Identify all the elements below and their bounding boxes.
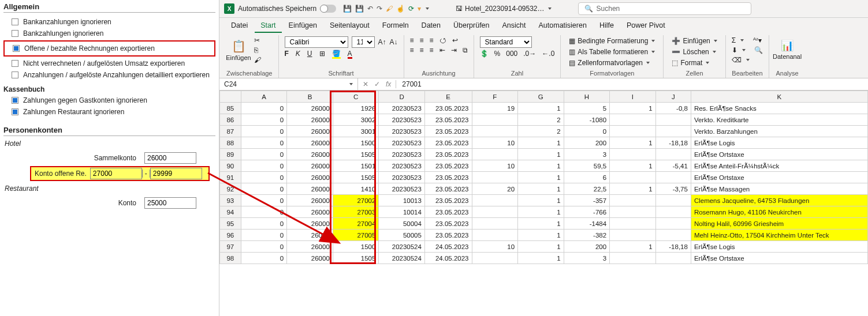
cell[interactable]	[610, 218, 656, 230]
worksheet-grid[interactable]: ABCDEFGHIJK 8502600019262023052323.05.20…	[219, 91, 868, 316]
tab-automatisieren[interactable]: Automatisieren	[533, 19, 593, 33]
checkbox-offene-rechnungen[interactable]: Offene / bezahlte Rechnungen exportieren	[5, 43, 214, 54]
row-header[interactable]: 85	[220, 103, 241, 114]
cell[interactable]: 1501	[333, 160, 379, 172]
cell[interactable]: 20230523	[379, 172, 425, 183]
row-header[interactable]: 89	[220, 149, 241, 160]
col-header-G[interactable]: G	[518, 91, 564, 103]
cell[interactable]	[472, 253, 518, 264]
cell[interactable]: -5,41	[655, 160, 691, 172]
cell[interactable]: 200	[564, 137, 610, 149]
insert-cells-button[interactable]: ➕Einfügen	[669, 36, 719, 46]
cell[interactable]: 1	[518, 172, 564, 183]
number-format-combo[interactable]: Standard	[480, 36, 532, 48]
cell[interactable]: 27005	[333, 230, 379, 241]
decrease-font-icon[interactable]: A↓	[390, 38, 398, 46]
cell[interactable]: -1484	[564, 218, 610, 230]
col-header-K[interactable]: K	[691, 91, 867, 103]
cell[interactable]	[610, 206, 656, 218]
redo-icon[interactable]: ↷	[377, 5, 382, 13]
cell[interactable]	[610, 149, 656, 160]
tab-formeln[interactable]: Formeln	[377, 19, 415, 33]
cell[interactable]	[472, 126, 518, 137]
cell[interactable]	[655, 149, 691, 160]
cancel-formula-icon[interactable]: ✕	[363, 80, 368, 88]
borders-icon[interactable]: ⊞	[319, 50, 325, 58]
cell[interactable]: Clemens Jacqueline, 64753 Fladungen	[691, 195, 867, 206]
cell[interactable]: 0	[241, 206, 287, 218]
row-header[interactable]: 97	[220, 241, 241, 253]
cell[interactable]: 0	[241, 253, 287, 264]
row-header[interactable]: 93	[220, 195, 241, 206]
cell[interactable]: 26000	[287, 230, 333, 241]
row-header[interactable]: 98	[220, 253, 241, 264]
cell[interactable]: 23.05.2023	[424, 195, 472, 206]
row-header[interactable]: 96	[220, 230, 241, 241]
cell[interactable]: Verkto. Barzahlungen	[691, 126, 867, 137]
cell[interactable]: 3002	[333, 114, 379, 126]
cell[interactable]: 1	[518, 149, 564, 160]
cell[interactable]: 23.05.2023	[424, 206, 472, 218]
cell[interactable]	[655, 206, 691, 218]
refresh-icon[interactable]: ⟳	[408, 5, 414, 13]
cell[interactable]: 20230523	[379, 149, 425, 160]
cell[interactable]: 1	[518, 218, 564, 230]
row-header[interactable]: 91	[220, 172, 241, 183]
cell[interactable]: -382	[564, 230, 610, 241]
cell[interactable]: 26000	[287, 160, 333, 172]
tab-ueberpruefen[interactable]: Überprüfen	[448, 19, 496, 33]
cell[interactable]	[472, 149, 518, 160]
cell[interactable]: 1	[518, 160, 564, 172]
align-right-icon[interactable]: ≡	[430, 46, 434, 54]
cell[interactable]: 1	[518, 230, 564, 241]
align-middle-icon[interactable]: ≡	[420, 36, 424, 44]
checkbox-nicht-verrechnet[interactable]: Nicht verrechneten / aufgelösten Umsatz …	[3, 58, 215, 69]
cell[interactable]: 20	[472, 183, 518, 195]
cell[interactable]: 0	[241, 195, 287, 206]
cell[interactable]: 0	[241, 149, 287, 160]
cell[interactable]: Rosemann Hugo, 41106 Neukirchen	[691, 206, 867, 218]
col-header-I[interactable]: I	[610, 91, 656, 103]
cell[interactable]: 1	[518, 206, 564, 218]
cell[interactable]: 23.05.2023	[424, 218, 472, 230]
currency-icon[interactable]: 💲	[480, 50, 489, 58]
cell-styles-button[interactable]: ▤Zellenformatvorlagen	[567, 58, 657, 67]
select-all-corner[interactable]	[220, 91, 241, 103]
cell[interactable]: 1	[610, 160, 656, 172]
cell[interactable]: -1080	[564, 114, 610, 126]
col-header-A[interactable]: A	[241, 91, 287, 103]
cell[interactable]	[610, 114, 656, 126]
align-top-icon[interactable]: ≡	[410, 36, 414, 44]
cell[interactable]: 24.05.2023	[424, 253, 472, 264]
cell[interactable]: 26000	[287, 126, 333, 137]
cell[interactable]	[610, 126, 656, 137]
cell[interactable]	[472, 114, 518, 126]
checkbox-restaurant[interactable]: Zahlungen Restaurant ignorieren	[3, 106, 215, 118]
cell[interactable]: 1	[610, 103, 656, 114]
col-header-J[interactable]: J	[655, 91, 691, 103]
cell[interactable]: 0	[241, 114, 287, 126]
cell[interactable]: 26000	[287, 241, 333, 253]
cell[interactable]: 1410	[333, 183, 379, 195]
cell[interactable]	[655, 114, 691, 126]
cell[interactable]: 3	[564, 149, 610, 160]
row-header[interactable]: 88	[220, 137, 241, 149]
cell[interactable]: 23.05.2023	[424, 149, 472, 160]
cell[interactable]: Nolting Halil, 60996 Griesheim	[691, 218, 867, 230]
checkbox-bankzahlungen[interactable]: Bankzahlungen ignorieren	[3, 28, 215, 39]
cell[interactable]: Verkto. Kreditkarte	[691, 114, 867, 126]
tab-seitenlayout[interactable]: Seitenlayout	[324, 19, 375, 33]
cell[interactable]: -3,75	[655, 183, 691, 195]
cell[interactable]: 0	[241, 183, 287, 195]
cell[interactable]: 27004	[333, 218, 379, 230]
col-header-E[interactable]: E	[424, 91, 472, 103]
cell[interactable]: 20230524	[379, 241, 425, 253]
bold-button[interactable]: F	[285, 50, 289, 58]
format-painter-icon[interactable]: 🖌	[254, 56, 261, 64]
format-cells-button[interactable]: ⬚Format	[669, 58, 719, 67]
cell[interactable]: 6	[564, 172, 610, 183]
cell[interactable]: -0,8	[655, 103, 691, 114]
cell[interactable]: 20230524	[379, 253, 425, 264]
tab-ansicht[interactable]: Ansicht	[497, 19, 532, 33]
cell[interactable]: 20230523	[379, 137, 425, 149]
